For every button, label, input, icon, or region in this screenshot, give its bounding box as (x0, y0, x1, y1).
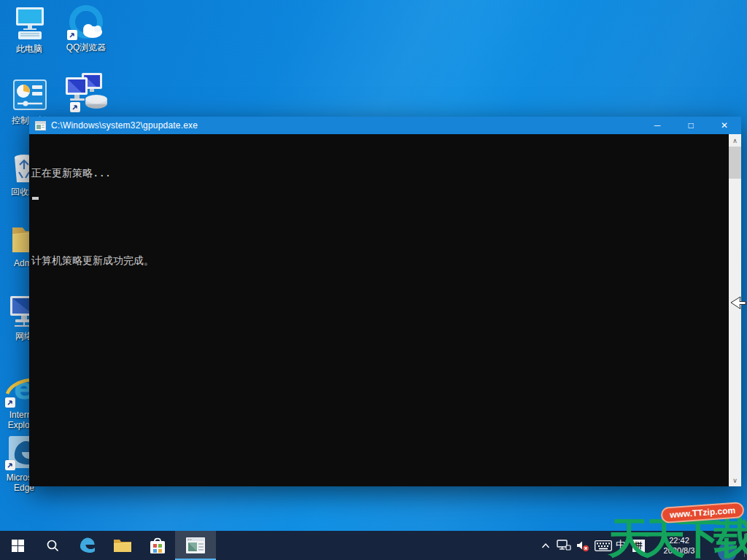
tray-clock[interactable]: 22:42 2020/8/3 (655, 535, 703, 556)
console-window: C:\Windows\system32\gpupdate.exe ─ □ ✕ 正… (29, 117, 741, 486)
taskbar-file-explorer-button[interactable] (105, 531, 140, 560)
desktop-icon-qq-browser[interactable]: QQ浏览器 (58, 4, 114, 52)
console-cursor (32, 197, 39, 200)
desktop-icon-label: QQ浏览器 (58, 42, 114, 52)
network-computers-icon (60, 70, 109, 115)
clock-date: 2020/8/3 (655, 545, 703, 556)
shortcut-arrow-icon (70, 102, 80, 112)
ime-pinyin-badge: 拼 (632, 540, 645, 552)
maximize-button[interactable]: □ (674, 117, 708, 134)
tray-touch-keyboard[interactable] (592, 531, 614, 560)
desktop-icon-network-computers[interactable] (57, 70, 112, 117)
console-window-icon (185, 537, 206, 554)
shortcut-arrow-icon (67, 30, 77, 40)
tray-ime-mode[interactable]: 中 (613, 531, 629, 560)
ime-mode-indicator: 中 (616, 539, 626, 552)
tray-network[interactable] (554, 531, 573, 560)
speaker-muted-icon (576, 540, 590, 552)
console-scrollbar[interactable]: ∧ ∨ (729, 134, 741, 486)
tray-volume[interactable] (573, 531, 592, 560)
close-button[interactable]: ✕ (708, 117, 741, 134)
minimize-button[interactable]: ─ (640, 117, 674, 134)
taskbar: 中 拼 22:42 2020/8/3 (0, 531, 747, 560)
shortcut-arrow-icon (5, 397, 15, 408)
taskbar-console-button[interactable] (175, 531, 216, 560)
control-panel-icon (9, 77, 49, 114)
console-app-icon (35, 121, 46, 131)
window-title: C:\Windows\system32\gpupdate.exe (51, 120, 198, 131)
console-line (31, 209, 727, 224)
network-status-icon (557, 540, 571, 551)
search-icon (46, 539, 59, 552)
shortcut-arrow-icon (5, 460, 15, 470)
console-line: 正在更新策略... (31, 166, 727, 180)
taskbar-edge-button[interactable] (70, 531, 105, 560)
chevron-up-icon (541, 542, 550, 548)
start-button[interactable] (0, 531, 35, 560)
edge-icon (78, 536, 97, 555)
tray-show-hidden-icons[interactable] (540, 531, 551, 560)
taskbar-store-button[interactable] (140, 531, 175, 560)
scrollbar-down-arrow-icon[interactable]: ∨ (729, 474, 741, 486)
console-text: 正在更新策略... 计算机策略更新成功完成。 (31, 136, 727, 297)
desktop-icon-label: 此电脑 (1, 44, 57, 54)
search-button[interactable] (35, 531, 70, 560)
scrollbar-up-arrow-icon[interactable]: ∧ (729, 134, 741, 147)
show-desktop-button[interactable] (744, 534, 747, 557)
file-explorer-icon (113, 537, 132, 553)
scrollbar-thumb[interactable] (729, 147, 741, 179)
console-titlebar[interactable]: C:\Windows\system32\gpupdate.exe ─ □ ✕ (29, 117, 741, 134)
this-pc-icon (9, 6, 49, 42)
clock-time: 22:42 (655, 535, 703, 545)
desktop-icon-this-pc[interactable]: 此电脑 (1, 6, 57, 54)
qq-browser-icon (66, 4, 106, 41)
keyboard-icon (595, 540, 612, 551)
console-line: 计算机策略更新成功完成。 (31, 253, 727, 268)
microsoft-store-icon (149, 536, 166, 555)
console-output-area[interactable]: 正在更新策略... 计算机策略更新成功完成。 ∧ ∨ (29, 134, 741, 486)
windows-logo-icon (12, 540, 24, 552)
tray-ime-badge[interactable]: 拼 (630, 531, 646, 560)
